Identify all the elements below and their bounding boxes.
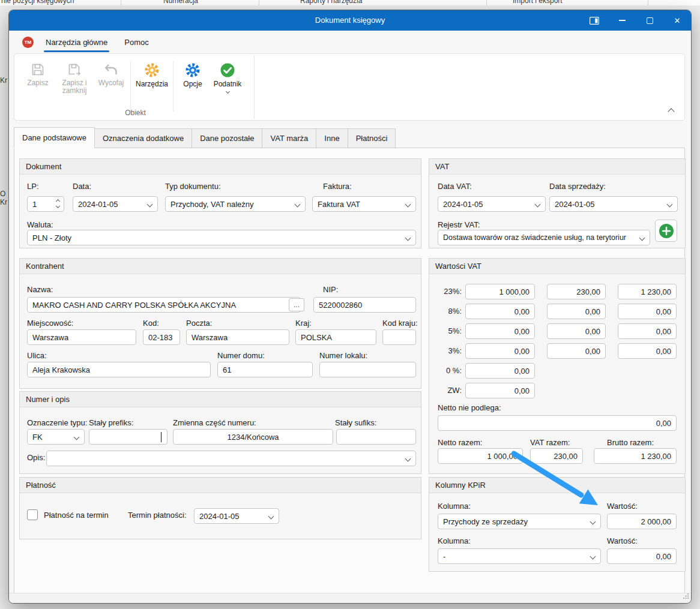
bg-tab-raporty[interactable]: Raporty i narzędzia xyxy=(300,0,362,5)
group-title: VAT xyxy=(435,162,449,171)
group-wartosci-vat: Wartości VAT 23%: 1 000,00 230,00 1 230,… xyxy=(429,258,686,474)
vat-3-label: 3%: xyxy=(434,346,462,355)
vat-8-netto-input[interactable]: 0,00 xyxy=(465,304,535,319)
dock-pane-button[interactable] xyxy=(581,10,608,31)
data-combobox[interactable]: 2024-01-05 xyxy=(73,196,158,212)
kod-kraju-label: Kod kraju: xyxy=(382,319,418,328)
kontrahent-more-button[interactable]: ... xyxy=(289,298,304,311)
vat-8-vat-input[interactable]: 0,00 xyxy=(547,304,606,319)
collapse-ribbon-button[interactable] xyxy=(669,109,674,114)
data-sprzedazy-combobox[interactable]: 2024-01-05 xyxy=(549,196,678,212)
numer-lokalu-input[interactable] xyxy=(319,362,416,377)
kolumna-2-combobox[interactable]: - xyxy=(438,548,601,564)
tab-inne[interactable]: Inne xyxy=(316,128,348,148)
add-rejestr-button[interactable] xyxy=(655,220,677,242)
vat-zw-netto-input[interactable]: 0,00 xyxy=(465,383,535,398)
chevron-down-icon xyxy=(268,514,274,520)
ribbon-tab-pomoc[interactable]: Pomoc xyxy=(116,31,157,53)
vat-razem-label: VAT razem: xyxy=(530,438,570,447)
nip-input[interactable]: 5220002860 xyxy=(313,297,416,313)
poczta-label: Poczta: xyxy=(186,319,212,328)
wartosc-2-input[interactable]: 0,00 xyxy=(607,548,677,564)
zapisz-i-zamknij-button[interactable]: Zapisz i zamknij xyxy=(55,59,94,95)
divider xyxy=(173,61,173,112)
vat-3-vat-input[interactable]: 0,00 xyxy=(547,343,606,359)
ribbon-group-obiekt: Zapisz Zapisz i zamknij Wycofaj xyxy=(17,55,255,119)
close-button[interactable]: ✕ xyxy=(663,10,691,31)
wartosc-1-input[interactable]: 2 000,00 xyxy=(607,514,677,529)
wartosc-2-label: Wartość: xyxy=(607,536,638,545)
vat-0-netto-input[interactable]: 0,00 xyxy=(465,363,535,379)
group-title: Płatność xyxy=(26,481,56,490)
vat-5-vat-input[interactable]: 0,00 xyxy=(547,323,606,339)
titlebar[interactable]: Dokument księgowy ✕ xyxy=(9,10,691,31)
brutto-razem-input[interactable]: 1 230,00 xyxy=(594,448,677,464)
bg-tab-import[interactable]: Import i eksport xyxy=(513,0,563,5)
ulica-input[interactable]: Aleja Krakowska xyxy=(27,362,211,377)
podatnik-button[interactable]: Podatnik xyxy=(210,59,245,93)
ribbon-tab-narzedzia-glowne[interactable]: Narzędzia główne xyxy=(37,31,116,53)
tab-dane-podstawowe[interactable]: Dane podstawowe xyxy=(14,127,95,148)
vat-23-vat-input[interactable]: 230,00 xyxy=(547,284,606,299)
wycofaj-button[interactable]: Wycofaj xyxy=(94,59,128,87)
staly-prefiks-input[interactable] xyxy=(89,429,167,445)
divider xyxy=(130,61,131,112)
zapisz-button[interactable]: Zapisz xyxy=(20,59,55,87)
vat-5-netto-input[interactable]: 0,00 xyxy=(465,323,535,339)
kod-kraju-input[interactable] xyxy=(382,329,416,345)
termin-platnosci-combobox[interactable]: 2024-01-05 xyxy=(194,508,279,524)
minimize-icon xyxy=(619,20,626,21)
kraj-input[interactable]: POLSKA xyxy=(295,329,376,345)
lp-spinner[interactable]: 1 xyxy=(27,196,64,212)
resize-grip[interactable] xyxy=(683,591,689,602)
staly-sufiks-input[interactable] xyxy=(336,429,416,445)
rejestr-vat-combobox[interactable]: Dostawa towarów oraz świadczenie usług, … xyxy=(438,230,650,245)
opis-combobox[interactable] xyxy=(46,451,416,466)
kolumna-1-label: Kolumna: xyxy=(438,502,471,511)
numer-domu-input[interactable]: 61 xyxy=(217,362,313,377)
bg-tab-pozycje[interactable]: nie pozycji księgowych xyxy=(1,0,74,5)
netto-nie-podlega-input[interactable]: 0,00 xyxy=(438,415,677,431)
spinner-arrows-icon[interactable] xyxy=(56,200,59,208)
vat-5-label: 5%: xyxy=(434,326,462,335)
miejscowosc-input[interactable]: Warszawa xyxy=(27,329,136,345)
chevron-down-icon xyxy=(535,202,541,208)
narzedzia-button[interactable]: Narzędzia xyxy=(133,59,171,88)
oznaczenie-typu-combobox[interactable]: FK xyxy=(27,429,85,445)
numer-lokalu-label: Numer lokalu: xyxy=(319,351,367,360)
platnosc-na-termin-checkbox[interactable] xyxy=(27,509,38,520)
tab-oznaczenia-dodatkowe[interactable]: Oznaczenia dodatkowe xyxy=(94,128,192,148)
maximize-button[interactable] xyxy=(636,10,663,31)
vat-zw-label: ZW: xyxy=(434,386,462,395)
chevron-down-icon xyxy=(590,519,596,525)
vat-3-brutto-input[interactable]: 0,00 xyxy=(618,343,677,359)
poczta-input[interactable]: Warszawa xyxy=(186,329,289,345)
faktura-combobox[interactable]: Faktura VAT xyxy=(312,196,416,212)
minimize-button[interactable] xyxy=(608,10,636,31)
netto-nie-podlega-label: Netto nie podlega: xyxy=(438,403,501,412)
waluta-combobox[interactable]: PLN - Złoty xyxy=(27,230,416,245)
netto-razem-input[interactable]: 1 000,00 xyxy=(438,448,523,464)
vat-8-brutto-input[interactable]: 0,00 xyxy=(618,304,677,319)
miejscowosc-label: Miejscowość: xyxy=(27,319,73,328)
vat-5-brutto-input[interactable]: 0,00 xyxy=(618,323,677,339)
vat-3-netto-input[interactable]: 0,00 xyxy=(465,343,535,359)
vat-23-netto-input[interactable]: 1 000,00 xyxy=(465,284,535,299)
chevron-down-icon xyxy=(667,202,673,208)
app-badge-icon[interactable]: TM xyxy=(22,37,34,48)
bg-tab-numeracja[interactable]: Numeracja xyxy=(163,0,198,5)
kod-input[interactable]: 02-183 xyxy=(143,329,180,345)
vat-23-brutto-input[interactable]: 1 230,00 xyxy=(618,284,677,299)
tab-vat-marza[interactable]: VAT marża xyxy=(262,128,316,148)
tab-platnosci[interactable]: Płatności xyxy=(348,128,396,148)
nazwa-input[interactable]: MAKRO CASH AND CARRY POLSKA SPÓŁKA AKCYJ… xyxy=(27,297,301,313)
typ-dokumentu-combobox[interactable]: Przychody, VAT należny xyxy=(165,196,306,212)
kolumna-1-combobox[interactable]: Przychody ze sprzedaży xyxy=(438,514,601,529)
vat-razem-input[interactable]: 230,00 xyxy=(530,448,583,464)
zmienna-czesc-input[interactable]: 1234/Końcowa xyxy=(173,429,333,445)
data-vat-combobox[interactable]: 2024-01-05 xyxy=(438,196,546,212)
ribbon: Zapisz Zapisz i zamknij Wycofaj xyxy=(14,53,685,121)
opcje-button[interactable]: Opcje xyxy=(175,59,210,88)
staly-sufiks-label: Stały sufiks: xyxy=(335,418,376,427)
tab-dane-pozostale[interactable]: Dane pozostałe xyxy=(192,128,262,148)
